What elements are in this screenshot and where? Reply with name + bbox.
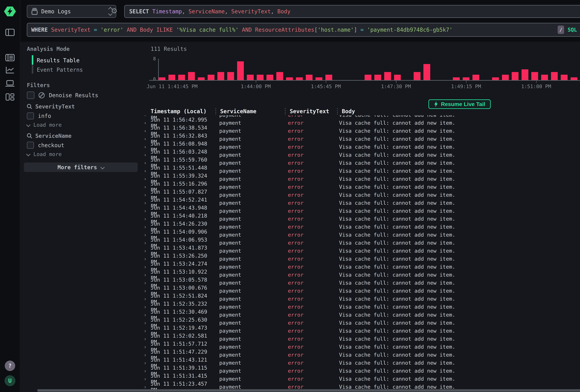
histogram-bar[interactable] bbox=[217, 72, 224, 80]
chart-icon[interactable] bbox=[5, 66, 14, 74]
help-button[interactable]: ? bbox=[5, 361, 15, 371]
row-expand-icon[interactable]: › bbox=[140, 248, 150, 254]
laptop-icon[interactable] bbox=[5, 80, 15, 87]
denoise-results-checkbox[interactable]: Denoise Results bbox=[27, 92, 98, 99]
logs-icon[interactable] bbox=[5, 54, 15, 61]
row-expand-icon[interactable]: › bbox=[140, 264, 150, 270]
row-expand-icon[interactable]: › bbox=[140, 208, 150, 214]
histogram-bar[interactable] bbox=[365, 75, 371, 80]
histogram-bar[interactable] bbox=[168, 75, 175, 80]
select-query-input[interactable]: SELECT Timestamp, ServiceName, SeverityT… bbox=[124, 5, 580, 18]
row-expand-icon[interactable]: › bbox=[140, 224, 150, 230]
load-more-severitytext[interactable]: Load more bbox=[27, 122, 62, 128]
histogram-bar[interactable] bbox=[551, 72, 558, 80]
histogram-bar[interactable] bbox=[178, 75, 185, 80]
row-expand-icon[interactable]: › bbox=[140, 115, 150, 118]
histogram-bar[interactable] bbox=[522, 69, 528, 80]
column-header-body[interactable]: Body bbox=[342, 108, 580, 115]
row-expand-icon[interactable]: › bbox=[140, 128, 150, 134]
histogram-bar[interactable] bbox=[453, 77, 460, 80]
histogram-bar[interactable] bbox=[227, 72, 234, 80]
row-expand-icon[interactable]: › bbox=[140, 144, 150, 150]
source-select[interactable]: Demo Logs bbox=[27, 5, 116, 18]
filter-option-info[interactable]: info bbox=[27, 112, 51, 120]
histogram-bar[interactable] bbox=[414, 72, 421, 80]
row-expand-icon[interactable]: › bbox=[140, 344, 150, 350]
filter-option-checkout[interactable]: checkout bbox=[27, 142, 64, 149]
histogram-bar[interactable] bbox=[208, 75, 214, 80]
row-expand-icon[interactable]: › bbox=[140, 368, 150, 374]
row-expand-icon[interactable]: › bbox=[140, 376, 150, 382]
where-query-input[interactable]: WHERE SeverityText = 'error' AND Body IL… bbox=[27, 23, 580, 37]
column-header-severitytext[interactable]: SeverityText bbox=[290, 108, 337, 115]
logo-icon[interactable] bbox=[4, 6, 16, 17]
checkbox[interactable] bbox=[27, 112, 34, 120]
column-resize-handle[interactable] bbox=[215, 108, 220, 115]
row-expand-icon[interactable]: › bbox=[140, 304, 150, 310]
histogram-bar[interactable] bbox=[237, 61, 244, 80]
row-expand-icon[interactable]: › bbox=[140, 352, 150, 358]
histogram-bar[interactable] bbox=[424, 64, 430, 80]
row-expand-icon[interactable]: › bbox=[140, 272, 150, 278]
column-header-servicename[interactable]: ServiceName bbox=[220, 108, 285, 115]
histogram-bar[interactable] bbox=[276, 72, 283, 80]
row-expand-icon[interactable]: › bbox=[140, 256, 150, 262]
horizontal-scrollbar[interactable] bbox=[37, 389, 580, 392]
row-expand-icon[interactable]: › bbox=[140, 312, 150, 318]
panel-toggle-icon[interactable] bbox=[5, 28, 15, 36]
histogram-bar[interactable] bbox=[472, 75, 479, 80]
more-filters-button[interactable]: More filters bbox=[24, 162, 138, 172]
load-more-servicename[interactable]: Load more bbox=[27, 151, 62, 157]
histogram-bar[interactable] bbox=[306, 75, 313, 80]
row-expand-icon[interactable]: › bbox=[140, 200, 150, 206]
histogram-bar[interactable] bbox=[374, 75, 381, 80]
checkbox[interactable] bbox=[27, 92, 34, 99]
histogram-bar[interactable] bbox=[512, 72, 519, 80]
row-expand-icon[interactable]: › bbox=[140, 320, 150, 326]
column-header-timestamp[interactable]: Timestamp (Local) bbox=[151, 108, 215, 115]
row-expand-icon[interactable]: › bbox=[140, 288, 150, 294]
row-expand-icon[interactable]: › bbox=[140, 296, 150, 302]
dashboards-icon[interactable] bbox=[5, 93, 14, 101]
row-expand-icon[interactable]: › bbox=[140, 328, 150, 334]
histogram-bar[interactable] bbox=[502, 75, 509, 80]
row-expand-icon[interactable]: › bbox=[140, 184, 150, 190]
user-avatar[interactable]: U bbox=[4, 375, 15, 386]
histogram-bar[interactable] bbox=[571, 77, 578, 80]
histogram-bar[interactable] bbox=[296, 77, 303, 80]
row-expand-icon[interactable]: › bbox=[140, 336, 150, 342]
sidebar-item-event-patterns[interactable]: Event Patterns bbox=[37, 67, 83, 73]
histogram-bar[interactable] bbox=[384, 72, 391, 80]
histogram-bar[interactable] bbox=[158, 77, 165, 80]
resume-live-tail-button[interactable]: Resume Live Tail bbox=[429, 99, 491, 109]
row-expand-icon[interactable]: › bbox=[140, 240, 150, 246]
histogram-bar[interactable] bbox=[325, 75, 332, 80]
histogram-bar[interactable] bbox=[267, 75, 273, 80]
row-expand-icon[interactable]: › bbox=[140, 216, 150, 222]
histogram-bar[interactable] bbox=[188, 72, 195, 80]
row-expand-icon[interactable]: › bbox=[140, 176, 150, 182]
histogram-bar[interactable] bbox=[247, 75, 254, 80]
column-resize-handle[interactable] bbox=[285, 108, 290, 115]
row-expand-icon[interactable]: › bbox=[140, 384, 150, 390]
row-expand-icon[interactable]: › bbox=[140, 120, 150, 126]
row-expand-icon[interactable]: › bbox=[140, 160, 150, 166]
query-language-toggle[interactable]: / SQL | Lucene bbox=[558, 25, 580, 34]
histogram-bar[interactable] bbox=[198, 77, 205, 80]
row-expand-icon[interactable]: › bbox=[140, 152, 150, 158]
gear-icon[interactable]: ⚙ bbox=[111, 5, 118, 16]
row-expand-icon[interactable]: › bbox=[140, 232, 150, 238]
row-expand-icon[interactable]: › bbox=[140, 360, 150, 366]
sidebar-item-results-table[interactable]: Results Table bbox=[37, 57, 80, 64]
histogram-bar[interactable] bbox=[463, 77, 470, 80]
row-expand-icon[interactable]: › bbox=[140, 192, 150, 198]
histogram-bar[interactable] bbox=[257, 75, 264, 80]
histogram-bar[interactable] bbox=[394, 75, 401, 80]
checkbox[interactable] bbox=[27, 142, 34, 149]
histogram-bar[interactable] bbox=[492, 77, 499, 80]
histogram-bar[interactable] bbox=[561, 75, 568, 80]
row-expand-icon[interactable]: › bbox=[140, 280, 150, 286]
histogram-bar[interactable] bbox=[315, 77, 322, 80]
histogram-bar[interactable] bbox=[541, 75, 548, 80]
toggle-sql[interactable]: SQL bbox=[568, 27, 577, 33]
